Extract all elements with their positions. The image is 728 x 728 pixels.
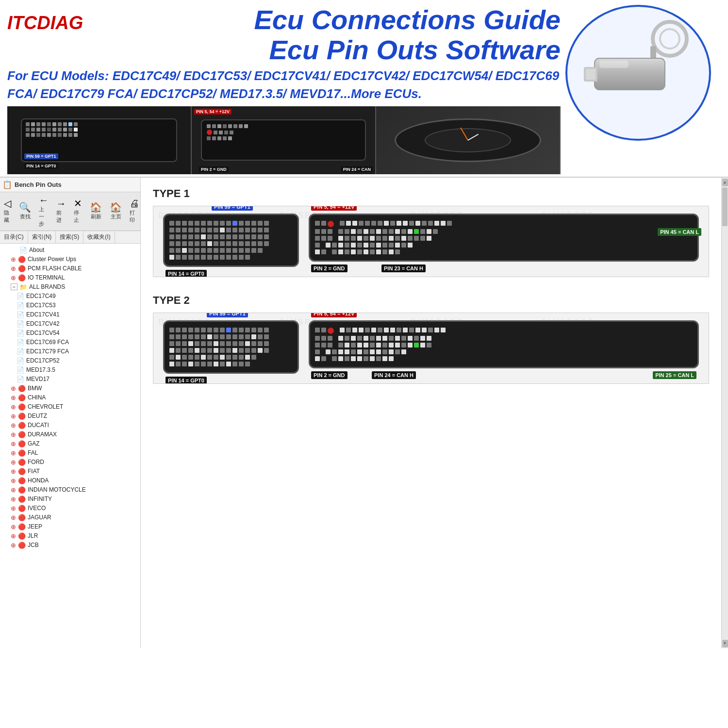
help-tabs: 目录(C) 索引(N) 搜索(S) 收藏夹(I) — [0, 231, 140, 244]
tree-item-jlr[interactable]: ⊕ 🔴 JLR — [0, 531, 140, 541]
expand-icon-indian: ⊕ — [11, 486, 16, 494]
type1-pin2-label: PIN 2 = GND — [311, 265, 347, 272]
back-btn[interactable]: ← 上一步 — [39, 195, 49, 228]
expand-btn-allbrands[interactable]: − — [11, 283, 17, 290]
tree-item-jeep[interactable]: ⊕ 🔴 JEEP — [0, 522, 140, 531]
tree-label-pcm: PCM FLASH CABLE — [28, 265, 82, 272]
tree-label-ford: FORD — [28, 459, 44, 465]
expand-icon-jlr: ⊕ — [11, 532, 16, 540]
tree-item-mevd17[interactable]: 📄 MEVD17 — [0, 375, 140, 384]
forward-label: 前进 — [56, 209, 66, 224]
expand-icon-duramax: ⊕ — [11, 431, 16, 438]
banner-title-line2: Ecu Pin Outs Software — [269, 35, 561, 65]
tree-item-io[interactable]: ⊕ 🔴 IO TERMINAL — [0, 273, 140, 282]
tree-label-io: IO TERMINAL — [28, 274, 65, 281]
stop-btn[interactable]: ✕ 停止 — [74, 199, 82, 224]
tree-item-edc69fca[interactable]: 📄 EDC17C69 FCA — [0, 338, 140, 347]
brand-icon-chevrolet: 🔴 — [18, 403, 26, 411]
tree-item-bmw[interactable]: ⊕ 🔴 BMW — [0, 384, 140, 393]
type1-title: TYPE 1 — [153, 187, 709, 200]
tree-label-iveco: IVECO — [28, 505, 46, 512]
brand-icon-fiat: 🔴 — [18, 468, 26, 475]
tree-item-about[interactable]: 📄 About — [0, 246, 140, 255]
tree-item-edccv42[interactable]: 📄 EDC17CV42 — [0, 319, 140, 329]
brand-icon-infinity: 🔴 — [18, 496, 26, 503]
hide-btn[interactable]: ◁ 隐藏 — [4, 199, 11, 224]
tree-item-fal[interactable]: ⊕ 🔴 FAL — [0, 448, 140, 458]
expand-icon-jcb: ⊕ — [11, 542, 16, 549]
tree-item-med1735[interactable]: 📄 MED17.3.5 — [0, 365, 140, 375]
brand-icon-ford: 🔴 — [18, 459, 26, 466]
usb-area — [565, 5, 721, 141]
type2-pin2-label: PIN 2 = GND — [311, 371, 347, 379]
type1-pin23-label: PIN 23 = CAN H — [381, 265, 426, 272]
brand-icon-jlr: 🔴 — [18, 532, 26, 540]
tree-item-ducati[interactable]: ⊕ 🔴 DUCATI — [0, 421, 140, 430]
brand-icon-jeep: 🔴 — [18, 523, 26, 530]
type2-pin14-label: PIN 14 = GPT0 — [165, 377, 207, 384]
type1-pin59-label: PIN 59 = GPT1 — [212, 206, 253, 211]
type1-pin5-54-label: PIN 5, 54 = +12V — [311, 206, 357, 211]
home-label: 主页 — [111, 213, 121, 220]
tree-item-edccp52[interactable]: 📄 EDC17CP52 — [0, 356, 140, 365]
print-btn[interactable]: 🖨 打印 — [130, 199, 139, 224]
tree-item-ford[interactable]: ⊕ 🔴 FORD — [0, 458, 140, 467]
tab-contents[interactable]: 目录(C) — [0, 231, 28, 243]
folder-icon-allbrands: 📁 — [19, 283, 27, 291]
tree-item-infinity[interactable]: ⊕ 🔴 INFINITY — [0, 495, 140, 504]
tree-item-cluster[interactable]: ⊕ 🔴 Cluster Power Ups — [0, 255, 140, 264]
forward-btn[interactable]: → 前进 — [56, 199, 66, 224]
tree-item-fiat[interactable]: ⊕ 🔴 FIAT — [0, 467, 140, 476]
tab-search[interactable]: 搜索(S) — [56, 231, 83, 243]
scrollbar[interactable]: ▲ ▼ — [721, 178, 728, 648]
brand-icon-cluster: 🔴 — [18, 256, 26, 263]
tree-item-jcb[interactable]: ⊕ 🔴 JCB — [0, 541, 140, 550]
doc-icon-edc53: 📄 — [17, 302, 24, 309]
tree-item-iveco[interactable]: ⊕ 🔴 IVECO — [0, 504, 140, 513]
brand-icon-fal: 🔴 — [18, 449, 26, 457]
type2-pin25-label: PIN 25 = CAN L — [653, 371, 696, 379]
brand-icon-bmw: 🔴 — [18, 385, 26, 392]
tree-item-allbrands[interactable]: − 📁 ALL BRANDS — [0, 282, 140, 292]
tree-label-bmw: BMW — [28, 385, 42, 392]
tree-item-china[interactable]: ⊕ 🔴 CHINA — [0, 393, 140, 402]
expand-icon-jaguar: ⊕ — [11, 514, 16, 521]
tree-item-edc53[interactable]: 📄 EDC17C53 — [0, 301, 140, 310]
refresh-icon: 🏠 — [90, 202, 102, 212]
tree-item-edccv54[interactable]: 📄 EDC17CV54 — [0, 329, 140, 338]
doc-icon-edccv42: 📄 — [17, 320, 24, 328]
tab-index[interactable]: 索引(N) — [28, 231, 56, 243]
home-btn[interactable]: 🏠 主页 — [110, 202, 122, 220]
tree-item-gaz[interactable]: ⊕ 🔴 GAZ — [0, 439, 140, 448]
tree-label-honda: HONDA — [28, 477, 49, 484]
type1-left-conn — [163, 214, 299, 267]
usb-drive-svg — [575, 19, 701, 126]
tree-item-honda[interactable]: ⊕ 🔴 HONDA — [0, 476, 140, 485]
expand-icon-deutz: ⊕ — [11, 413, 16, 420]
tree-item-edccv41[interactable]: 📄 EDC17CV41 — [0, 310, 140, 319]
refresh-btn[interactable]: 🏠 刷新 — [90, 202, 102, 220]
stop-label: 停止 — [74, 209, 82, 224]
main-content: 📋 Bench Pin Outs ◁ 隐藏 🔍 查找 ← 上一步 → 前进 ✕ — [0, 178, 728, 648]
help-toolbar: ◁ 隐藏 🔍 查找 ← 上一步 → 前进 ✕ 停止 🏠 刷新 — [0, 192, 140, 231]
tree-item-jaguar[interactable]: ⊕ 🔴 JAGUAR — [0, 513, 140, 522]
tree-label-indian: INDIAN MOTOCYCLE — [28, 486, 86, 493]
tree-item-edc49[interactable]: 📄 EDC17C49 — [0, 292, 140, 301]
tree-label-infinity: INFINITY — [28, 496, 52, 502]
tree-item-pcm[interactable]: ⊕ 🔴 PCM FLASH CABLE — [0, 264, 140, 273]
hide-icon: ◁ — [4, 199, 11, 208]
tree-item-edc79fca[interactable]: 📄 EDC17C79 FCA — [0, 347, 140, 356]
back-icon: ← — [39, 195, 49, 205]
tab-favorites[interactable]: 收藏夹(I) — [83, 231, 115, 243]
tree-item-indian[interactable]: ⊕ 🔴 INDIAN MOTOCYCLE — [0, 485, 140, 495]
tree-item-duramax[interactable]: ⊕ 🔴 DURAMAX — [0, 430, 140, 439]
find-btn[interactable]: 🔍 查找 — [19, 202, 31, 220]
expand-icon-ford: ⊕ — [11, 459, 16, 466]
tree-item-deutz[interactable]: ⊕ 🔴 DEUTZ — [0, 412, 140, 421]
brand-icon-jcb: 🔴 — [18, 542, 26, 549]
brand-icon-ducati: 🔴 — [18, 422, 26, 429]
tree-item-chevrolet[interactable]: ⊕ 🔴 CHEVROLET — [0, 402, 140, 412]
type1-section: TYPE 1 DIMSPORT DIMSPORT DIMSPORT DIMSPO… — [153, 187, 709, 277]
expand-icon-fiat: ⊕ — [11, 468, 16, 475]
refresh-label: 刷新 — [91, 213, 101, 220]
